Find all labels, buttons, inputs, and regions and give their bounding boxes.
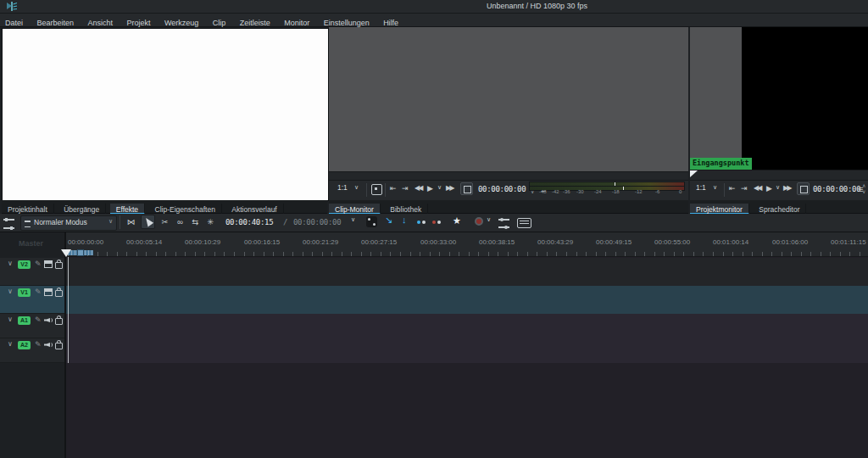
playhead-marker[interactable] (61, 249, 71, 257)
track-header-v2[interactable]: ∨ V2 ✎ (0, 258, 64, 286)
clip-monitor-zoom-select[interactable]: 1:1 (337, 183, 348, 192)
mix-clips-icon[interactable]: ⋈ (124, 215, 138, 229)
track-row-v1: ∨ V1 ✎ (0, 286, 868, 314)
lock-track-icon[interactable] (55, 262, 63, 269)
play-icon[interactable]: ▶ (427, 184, 433, 193)
menu-clip[interactable]: Clip (208, 17, 231, 27)
kdenlive-window: Unbenannt / HD 1080p 30 fps Datei Bearbe… (0, 0, 868, 458)
timeline-toolbar: Normaler Modus ∨ ⋈ ✂ ∞ ⇆ ✳ 00:00:40:15 /… (0, 214, 868, 232)
zone-mode-icon[interactable] (460, 182, 473, 195)
track-header-v1[interactable]: ∨ V1 ✎ (0, 286, 64, 314)
monitor-dock-tabbar: Clip-Monitor Bibliothek (329, 200, 688, 214)
screen-grab-icon[interactable] (371, 184, 382, 195)
timeline-timecode-current[interactable]: 00:00:40:15 (225, 218, 273, 226)
edit-track-icon[interactable]: ✎ (35, 316, 42, 324)
extract-zone-icon[interactable] (417, 220, 426, 225)
track-header-a2[interactable]: ∨ A2 ✎ (0, 338, 64, 363)
audio-mixer-icon[interactable] (498, 219, 509, 228)
ruler-label: 00:00:49:15 (596, 238, 632, 246)
play-options-chevron-icon[interactable]: ∨ (437, 184, 442, 191)
master-track-label[interactable]: Master (19, 239, 43, 248)
hide-video-icon[interactable] (44, 288, 53, 296)
ruler-label: 00:01:11:15 (831, 238, 866, 246)
edit-mode-label: Normaler Modus (34, 218, 87, 226)
zone-in-marker-icon[interactable] (690, 170, 698, 177)
track-row-v2: ∨ V2 ✎ (0, 258, 868, 286)
selection-tool-button[interactable] (141, 215, 155, 229)
edit-mode-select[interactable]: Normaler Modus ∨ (20, 215, 117, 231)
menu-zeitleiste[interactable]: Zeitleiste (235, 17, 275, 27)
track-lane-v2[interactable] (66, 258, 868, 286)
chevron-down-icon[interactable]: ∨ (354, 184, 359, 191)
track-target-badge[interactable]: V2 (18, 260, 31, 269)
mute-audio-icon[interactable] (44, 316, 53, 324)
chevron-down-icon[interactable]: ∨ (8, 316, 13, 323)
insert-zone-in-timeline-icon[interactable]: ↘ (385, 215, 392, 226)
chevron-down-icon[interactable]: ∨ (713, 184, 717, 191)
play-options-chevron-icon[interactable]: ∨ (776, 184, 780, 191)
timeline-zone-bar[interactable] (68, 250, 93, 255)
favorite-effects-icon[interactable]: ★ (453, 215, 461, 226)
project-monitor-video-area[interactable] (742, 27, 868, 170)
track-header-a1[interactable]: ∨ A1 ✎ (0, 314, 64, 338)
zone-end-icon[interactable]: ⇥ (402, 184, 409, 193)
menu-ansicht[interactable]: Ansicht (82, 17, 118, 27)
monitor-menu-icon[interactable]: ≡ (858, 184, 863, 194)
menu-werkzeug[interactable]: Werkzeug (159, 17, 203, 27)
zone-start-icon[interactable]: ⇤ (390, 184, 397, 193)
track-lane-v1[interactable] (66, 286, 868, 314)
edit-track-icon[interactable]: ✎ (35, 288, 42, 296)
slip-tool-icon[interactable]: ⇆ (188, 215, 203, 229)
effects-panel-canvas[interactable] (2, 28, 329, 201)
seek-forward-icon[interactable]: ▶▶ (446, 184, 453, 192)
lock-track-icon[interactable] (55, 290, 63, 297)
track-target-badge[interactable]: V1 (18, 288, 31, 297)
track-target-badge[interactable]: A2 (18, 341, 31, 349)
mix-zone-icon[interactable] (366, 216, 377, 227)
menu-projekt[interactable]: Projekt (121, 17, 155, 27)
seek-backward-icon[interactable]: ◀◀ (754, 184, 760, 192)
ruler-label: 00:00:43:29 (537, 238, 573, 246)
play-icon[interactable]: ▶ (766, 184, 772, 193)
lock-track-icon[interactable] (55, 343, 63, 349)
track-lane-a2[interactable] (66, 338, 868, 363)
spacer-tool-icon[interactable]: ∞ (173, 215, 187, 229)
clip-monitor-screen[interactable] (329, 27, 688, 171)
zone-end-icon[interactable]: ⇥ (741, 184, 748, 193)
chevron-down-icon[interactable]: ∨ (8, 340, 13, 348)
chevron-down-icon[interactable]: ∨ (8, 288, 13, 295)
menu-bearbeiten[interactable]: Bearbeiten (31, 17, 79, 27)
hide-video-icon[interactable] (44, 260, 53, 268)
razor-tool-icon[interactable]: ✂ (158, 215, 172, 229)
track-target-badge[interactable]: A1 (18, 316, 31, 325)
zone-handle[interactable] (77, 249, 84, 256)
lift-zone-icon[interactable] (432, 220, 441, 225)
project-monitor-toolbar: 1:1 ∨ ⇤ ⇥ ◀◀ ▶ ∨ ▶▶ 00:00:00:00 ∧ ∨ ≡ (690, 180, 868, 201)
lock-track-icon[interactable] (55, 318, 63, 325)
zone-start-icon[interactable]: ⇤ (729, 184, 736, 193)
zone-mode-icon[interactable] (797, 182, 810, 195)
timeline-ruler[interactable]: 00:00:00:00 00:00:05:14 00:00:10:29 00:0… (66, 232, 868, 257)
multicam-tool-icon[interactable]: ✳ (203, 215, 218, 229)
chevron-down-icon[interactable]: ∨ (8, 260, 13, 267)
record-options-chevron-icon[interactable]: ∨ (487, 216, 491, 223)
overwrite-zone-in-timeline-icon[interactable]: ↓ (402, 215, 407, 225)
menu-bar: Datei Bearbeiten Ansicht Projekt Werkzeu… (0, 14, 868, 27)
project-monitor-zoom-select[interactable]: 1:1 (696, 183, 706, 192)
subtitle-tool-icon[interactable] (517, 218, 531, 228)
seek-forward-icon[interactable]: ▶▶ (783, 184, 790, 192)
timeline-area: Master 00:00:00:00 00:00:05:14 00:00:10:… (0, 232, 868, 458)
project-monitor-timecode[interactable]: 00:00:00:00 (813, 185, 860, 193)
menu-hilfe[interactable]: Hilfe (378, 17, 403, 27)
edit-track-icon[interactable]: ✎ (35, 340, 42, 349)
record-icon[interactable] (475, 217, 483, 226)
timeline-settings-icon[interactable] (3, 219, 14, 229)
chevron-down-icon[interactable]: ∨ (351, 216, 355, 223)
menu-datei[interactable]: Datei (0, 17, 28, 27)
menu-monitor[interactable]: Monitor (279, 17, 314, 27)
edit-track-icon[interactable]: ✎ (35, 260, 42, 268)
seek-backward-icon[interactable]: ◀◀ (415, 184, 421, 192)
mute-audio-icon[interactable] (44, 341, 53, 349)
track-lane-a1[interactable] (66, 314, 868, 338)
menu-einstellungen[interactable]: Einstellungen (319, 17, 375, 27)
